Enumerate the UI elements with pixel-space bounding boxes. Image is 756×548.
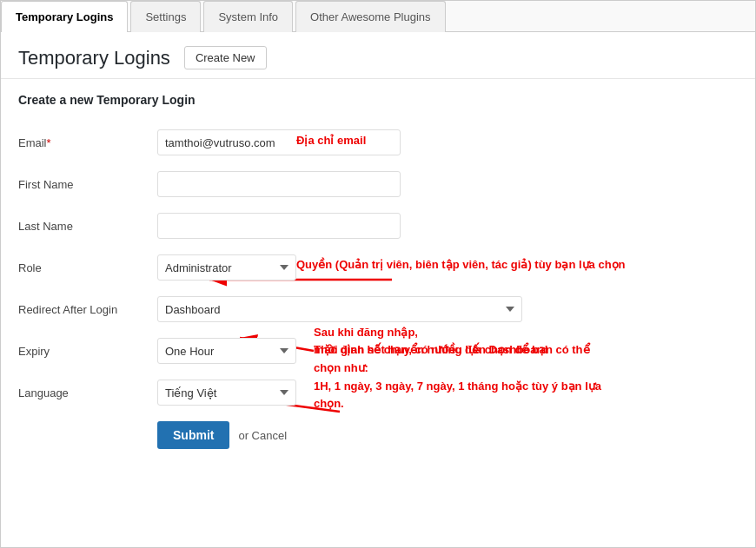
redirect-select[interactable]: Dashboard Profile Home: [157, 296, 522, 322]
form-section: Create a new Temporary Login: [1, 79, 755, 487]
form-row-submit: Submit or Cancel: [18, 421, 738, 449]
cancel-link[interactable]: or Cancel: [238, 429, 287, 442]
form-section-title: Create a new Temporary Login: [18, 93, 738, 107]
lastname-label: Last Name: [18, 220, 157, 233]
tab-bar: Temporary Logins Settings System Info Ot…: [1, 1, 755, 32]
page-header: Temporary Logins Create New: [1, 32, 755, 79]
redirect-label: Redirect After Login: [18, 303, 157, 316]
email-label: Email*: [18, 136, 157, 149]
tab-settings[interactable]: Settings: [130, 1, 201, 32]
role-select[interactable]: Administrator Editor Author Contributor …: [157, 254, 296, 281]
language-select[interactable]: Tiếng Việt English French German: [157, 380, 296, 406]
tab-system-info[interactable]: System Info: [203, 1, 293, 32]
page-title: Temporary Logins: [18, 47, 170, 69]
form-row-lastname: Last Name: [18, 213, 738, 239]
role-label: Role: [18, 261, 157, 274]
tab-temporary-logins[interactable]: Temporary Logins: [1, 1, 128, 32]
form-row-firstname: First Name: [18, 171, 738, 197]
expiry-label: Expiry: [18, 345, 157, 358]
form-wrapper: Email* Địa chỉ email First Name Last Nam…: [18, 121, 738, 473]
form-row-language: Language Tiếng Việt English French Germa…: [18, 380, 738, 406]
language-label: Language: [18, 386, 157, 399]
create-new-button[interactable]: Create New: [184, 46, 267, 69]
lastname-input[interactable]: [157, 213, 401, 239]
form-row-expiry: Expiry One Hour 1 Day 3 Days 7 Days 1 Mo…: [18, 338, 738, 364]
tab-other-plugins[interactable]: Other Awesome Plugins: [295, 1, 446, 32]
firstname-input[interactable]: [157, 171, 401, 197]
form-row-redirect: Redirect After Login Dashboard Profile H…: [18, 296, 738, 322]
form-row-email: Email* Địa chỉ email: [18, 129, 738, 155]
annotation-role: Quyền (Quản trị viên, biên tập viên, tác…: [296, 258, 626, 271]
annotation-email: Địa chỉ email: [296, 134, 366, 147]
submit-button[interactable]: Submit: [157, 421, 229, 449]
expiry-select[interactable]: One Hour 1 Day 3 Days 7 Days 1 Month Cus…: [157, 338, 296, 364]
form-row-role: Role Administrator Editor Author Contrib…: [18, 254, 738, 281]
firstname-label: First Name: [18, 178, 157, 191]
